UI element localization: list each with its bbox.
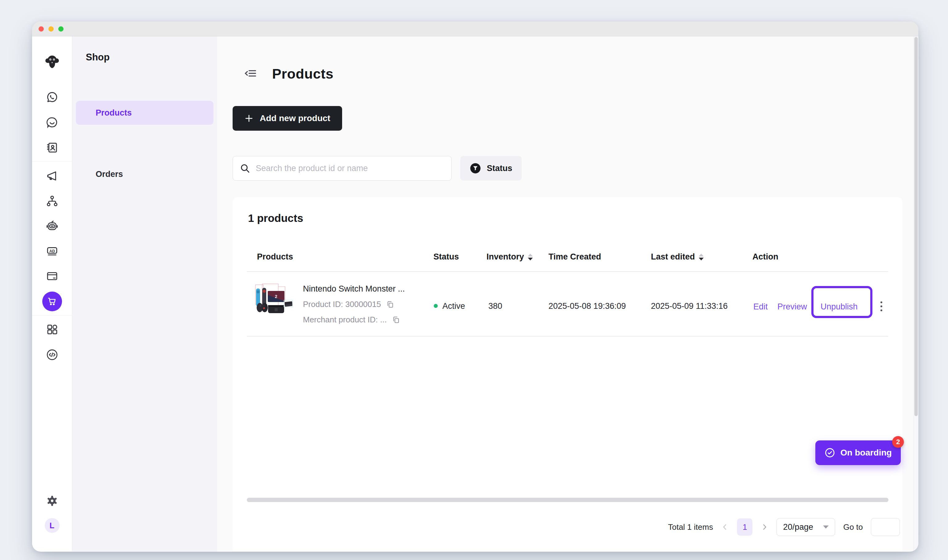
- chevron-down-icon: [823, 526, 829, 529]
- product-name[interactable]: Nintendo Switch Monster ...: [303, 284, 405, 294]
- status-dot: [434, 304, 438, 308]
- gear-icon[interactable]: [45, 494, 59, 508]
- horizontal-scrollbar[interactable]: [247, 498, 888, 502]
- column-header-status: Status: [434, 252, 459, 262]
- icon-rail: AD: [32, 36, 72, 551]
- product-search-box[interactable]: [233, 156, 452, 181]
- minimize-window-button[interactable]: [48, 26, 54, 31]
- whatsapp-icon[interactable]: [46, 91, 59, 103]
- edit-link[interactable]: Edit: [753, 302, 768, 312]
- goto-page-input[interactable]: [871, 518, 900, 536]
- column-header-time-created: Time Created: [548, 252, 601, 262]
- megaphone-icon[interactable]: [46, 169, 59, 183]
- product-thumbnail[interactable]: 2: [253, 282, 293, 322]
- row-divider: [247, 336, 888, 337]
- previous-page-button[interactable]: [721, 523, 729, 531]
- check-circle-icon: [824, 447, 835, 458]
- window-titlebar: [32, 22, 919, 36]
- time-created-value: 2025-05-08 19:36:09: [548, 302, 626, 311]
- org-chart-icon[interactable]: [46, 194, 59, 208]
- ad-icon[interactable]: AD: [46, 245, 59, 257]
- inventory-value: 380: [488, 302, 502, 311]
- page-size-select[interactable]: 20/page: [777, 518, 835, 536]
- maximize-window-button[interactable]: [58, 26, 63, 31]
- column-header-inventory: Inventory: [486, 252, 533, 262]
- column-header-last-edited: Last edited: [651, 252, 704, 262]
- copy-product-id-icon[interactable]: [386, 300, 394, 309]
- last-edited-sort-control[interactable]: [699, 254, 704, 260]
- last-edited-value: 2025-05-09 11:33:16: [651, 302, 728, 311]
- app-window: AD: [32, 22, 919, 552]
- next-page-button[interactable]: [760, 523, 769, 531]
- chat-smile-icon[interactable]: [46, 116, 59, 129]
- search-icon: [240, 163, 250, 174]
- pagination-total: Total 1 items: [668, 522, 713, 532]
- close-window-button[interactable]: [39, 26, 44, 31]
- preview-link[interactable]: Preview: [777, 302, 807, 312]
- collapse-sidebar-icon[interactable]: [244, 67, 257, 81]
- vertical-scrollbar-thumb[interactable]: [914, 37, 918, 416]
- inventory-sort-control[interactable]: [528, 254, 533, 260]
- subnav-item-orders[interactable]: Orders: [96, 169, 123, 179]
- avatar[interactable]: L: [45, 518, 60, 533]
- row-more-actions-button[interactable]: [878, 299, 885, 314]
- shop-cart-active-item[interactable]: [42, 292, 62, 311]
- column-header-action: Action: [752, 252, 778, 262]
- plus-icon: [244, 114, 253, 123]
- bot-icon[interactable]: [46, 220, 59, 233]
- onboarding-button[interactable]: On boarding 2: [815, 440, 901, 465]
- cart-icon: [46, 296, 58, 307]
- monkey-logo[interactable]: [45, 54, 60, 69]
- svg-text:AD: AD: [49, 249, 55, 253]
- merchant-product-id-line: Merchant product ID: ...: [303, 315, 400, 325]
- card-icon[interactable]: [46, 270, 59, 283]
- filter-icon: [469, 162, 481, 174]
- add-new-product-button[interactable]: Add new product: [233, 106, 342, 131]
- contacts-book-icon[interactable]: [46, 141, 59, 154]
- pagination-bar: Total 1 items 1 20/page Go to: [668, 518, 900, 536]
- products-count: 1 products: [248, 212, 303, 225]
- main-content: Products Add new product: [217, 36, 914, 551]
- copy-merchant-id-icon[interactable]: [392, 315, 400, 324]
- header-divider: [247, 271, 888, 272]
- rail-divider: [32, 161, 72, 162]
- subnav-item-products[interactable]: Products: [76, 101, 213, 125]
- shop-subnav: Shop Shop Products Orders: [72, 36, 217, 551]
- goto-label: Go to: [843, 522, 863, 532]
- page-number-1[interactable]: 1: [737, 518, 752, 535]
- status-filter-button[interactable]: Status: [460, 156, 522, 181]
- apps-grid-icon[interactable]: [46, 323, 59, 336]
- svg-text:2: 2: [275, 294, 277, 299]
- search-input[interactable]: [256, 164, 445, 173]
- product-id-line: Product ID: 30000015: [303, 300, 394, 309]
- unpublish-highlight-annotation: [811, 286, 872, 318]
- column-header-products: Products: [257, 252, 293, 262]
- status-value: Active: [442, 302, 465, 311]
- products-table-card: 1 products Products Status Inventory Tim…: [233, 197, 902, 552]
- subnav-title: Shop: [86, 52, 110, 63]
- page-title: Products: [272, 66, 333, 82]
- onboarding-badge: 2: [892, 436, 904, 448]
- code-icon[interactable]: [46, 348, 59, 361]
- vertical-scrollbar-track: [914, 36, 919, 551]
